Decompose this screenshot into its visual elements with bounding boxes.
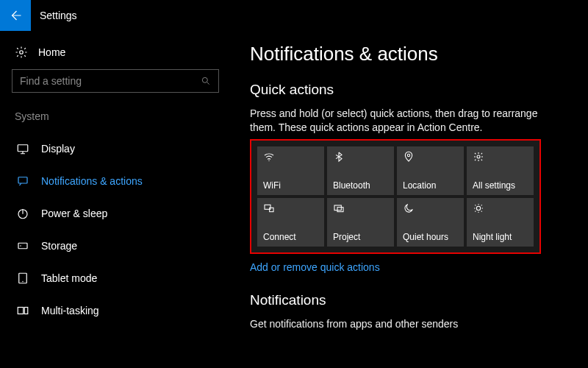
sidebar-item-label: Storage	[41, 240, 77, 252]
notifications-description: Get notifications from apps and other se…	[250, 317, 559, 331]
svg-rect-9	[18, 308, 24, 314]
svg-point-12	[407, 154, 409, 156]
search-input[interactable]: Find a setting	[12, 69, 219, 93]
tablet-icon	[16, 272, 29, 285]
sidebar-item-display[interactable]: Display	[12, 132, 228, 165]
gear-icon	[473, 151, 484, 163]
add-remove-quick-actions-link[interactable]: Add or remove quick actions	[250, 261, 573, 273]
sidebar: Home Find a setting System Display Notif…	[0, 31, 228, 368]
arrow-left-icon	[9, 9, 22, 22]
window-title: Settings	[31, 10, 77, 21]
sidebar-item-label: Notifications & actions	[41, 175, 143, 187]
tile-label: Night light	[473, 232, 528, 242]
svg-rect-17	[337, 207, 343, 211]
window-header: Settings	[0, 0, 588, 31]
svg-point-0	[20, 51, 24, 54]
notifications-heading: Notifications	[250, 292, 573, 308]
quick-action-all-settings[interactable]: All settings	[467, 146, 534, 195]
multitasking-icon	[16, 304, 29, 317]
svg-rect-5	[18, 243, 27, 249]
svg-point-6	[20, 245, 21, 247]
quick-action-night-light[interactable]: Night light	[467, 198, 534, 247]
quick-action-connect[interactable]: Connect	[257, 198, 324, 247]
page-title: Notifications & actions	[250, 43, 573, 66]
sidebar-item-tablet[interactable]: Tablet mode	[12, 262, 228, 294]
wifi-icon	[263, 151, 275, 163]
project-icon	[333, 202, 345, 214]
svg-point-11	[268, 160, 269, 160]
sidebar-item-label: Power & sleep	[41, 208, 107, 219]
connect-icon	[263, 202, 275, 214]
sidebar-item-label: Display	[41, 143, 75, 155]
svg-point-18	[476, 206, 480, 210]
home-label: Home	[38, 46, 65, 58]
svg-rect-16	[334, 205, 341, 210]
svg-rect-15	[270, 208, 273, 211]
quick-actions-description: Press and hold (or select) quick actions…	[250, 107, 559, 135]
sidebar-item-storage[interactable]: Storage	[12, 230, 228, 262]
category-label: System	[12, 110, 228, 132]
sidebar-item-multitasking[interactable]: Multi-tasking	[12, 294, 228, 327]
sidebar-item-label: Multi-tasking	[41, 305, 99, 316]
notification-icon	[16, 174, 29, 188]
search-placeholder: Find a setting	[20, 75, 82, 87]
tile-label: Quiet hours	[403, 232, 458, 242]
svg-rect-2	[18, 145, 28, 152]
storage-icon	[16, 239, 29, 252]
home-button[interactable]: Home	[12, 41, 228, 69]
svg-rect-3	[18, 177, 27, 183]
sun-icon	[473, 202, 484, 214]
quick-action-quiet-hours[interactable]: Quiet hours	[397, 198, 464, 247]
quick-action-bluetooth[interactable]: Bluetooth	[327, 146, 394, 195]
sidebar-item-notifications[interactable]: Notifications & actions	[12, 165, 228, 197]
back-button[interactable]	[0, 0, 31, 31]
tile-label: Project	[333, 232, 388, 242]
tile-label: Connect	[263, 232, 318, 242]
tile-label: All settings	[473, 180, 528, 191]
quick-actions-grid: WiFi Bluetooth Location All settings Con…	[257, 146, 534, 247]
svg-point-13	[477, 155, 480, 158]
sidebar-item-power[interactable]: Power & sleep	[12, 197, 228, 230]
content-area: Home Find a setting System Display Notif…	[0, 31, 588, 368]
tile-label: Location	[403, 180, 458, 191]
search-icon	[201, 76, 211, 86]
gear-icon	[15, 46, 28, 59]
bluetooth-icon	[333, 151, 345, 163]
svg-rect-10	[24, 308, 28, 314]
svg-point-8	[22, 281, 24, 283]
quick-actions-heading: Quick actions	[250, 82, 573, 98]
quick-action-location[interactable]: Location	[397, 146, 464, 195]
sidebar-item-label: Tablet mode	[41, 272, 97, 284]
display-icon	[16, 142, 29, 155]
svg-point-1	[202, 77, 207, 82]
tile-label: Bluetooth	[333, 180, 388, 191]
main-panel: Notifications & actions Quick actions Pr…	[228, 31, 588, 368]
quick-action-wifi[interactable]: WiFi	[257, 146, 324, 195]
power-icon	[16, 207, 29, 220]
location-icon	[403, 151, 415, 163]
moon-icon	[403, 202, 415, 214]
tile-label: WiFi	[263, 180, 318, 191]
quick-actions-highlight: WiFi Bluetooth Location All settings Con…	[250, 139, 541, 254]
quick-action-project[interactable]: Project	[327, 198, 394, 247]
